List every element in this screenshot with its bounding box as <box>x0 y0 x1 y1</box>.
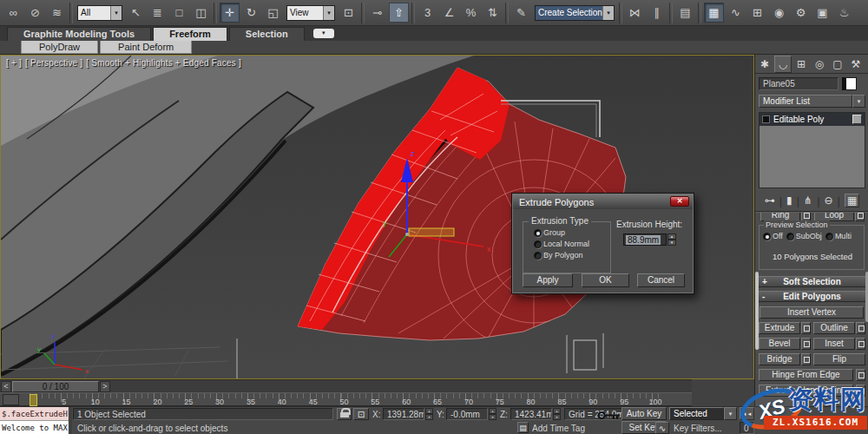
dialog-close-button[interactable]: ✕ <box>670 196 689 207</box>
rollout-collapse-icon[interactable]: - <box>762 292 765 301</box>
reference-coordinate-system-dropdown[interactable]: View▾ <box>286 5 335 21</box>
settings-box-extrude[interactable] <box>801 322 811 334</box>
mini-curve-editor-button[interactable] <box>3 394 19 405</box>
cancel-button[interactable]: Cancel <box>637 273 685 287</box>
button-bevel[interactable]: Bevel <box>759 338 800 350</box>
ribbon-tab-selection[interactable]: Selection <box>229 27 305 41</box>
selection-set-filter-dropdown[interactable]: Selected ▾ <box>669 407 737 420</box>
viewport-pov-menu[interactable]: [ Perspective ] <box>25 58 82 68</box>
button-bridge[interactable]: Bridge <box>759 353 800 365</box>
display-tab[interactable]: ▢ <box>829 56 846 73</box>
rendered-frame-window-icon[interactable]: ▣ <box>812 3 832 23</box>
keyboard-shortcut-override-icon[interactable]: ⇧ <box>389 3 409 23</box>
ok-button[interactable]: OK <box>582 273 629 287</box>
use-pivot-point-center-icon[interactable]: ⊡ <box>339 3 358 23</box>
edit-named-selection-sets-icon[interactable]: ✎ <box>511 3 531 23</box>
default-tangent-icon[interactable]: ∿ <box>655 422 669 434</box>
configure-modifier-sets-icon[interactable]: ▦ <box>845 194 859 207</box>
mirror-icon[interactable]: ⋈ <box>625 3 645 23</box>
remove-modifier-icon[interactable]: ⊖ <box>825 194 833 207</box>
align-icon[interactable]: ∥ <box>647 3 667 23</box>
track-bar[interactable]: 0510152025303540455055606570758085909510… <box>0 392 692 406</box>
selection-filter-dropdown[interactable]: All▾ <box>77 5 122 21</box>
bind-to-space-warp-icon[interactable]: ≋ <box>47 3 67 23</box>
maxscript-mini-listener-macro[interactable]: $.faceExtrudeH <box>0 407 69 421</box>
extrusion-type-radio-local-normal[interactable]: Local Normal <box>534 240 610 248</box>
viewport-general-menu[interactable]: [ + ] <box>6 58 22 68</box>
add-time-tag[interactable]: Add Time Tag <box>532 424 585 433</box>
select-object-icon[interactable]: ↖ <box>126 3 146 23</box>
edit-polygons-rollout[interactable]: - Edit Polygons <box>758 291 866 302</box>
dropdown-arrow-icon[interactable]: ▾ <box>724 407 737 420</box>
y-coord-field[interactable]: -0.0mm <box>446 408 488 420</box>
object-name-field[interactable]: Plane05 <box>759 77 838 90</box>
render-setup-icon[interactable]: ⚙ <box>791 3 811 23</box>
settings-box-inset[interactable] <box>856 338 865 350</box>
material-editor-icon[interactable]: ◉ <box>769 3 789 23</box>
modifier-stack[interactable]: Editable Poly <box>759 112 865 188</box>
render-production-icon[interactable]: ♨ <box>834 3 854 23</box>
x-coord-field[interactable]: 1391.28mm <box>383 408 424 420</box>
selection-lock-toggle[interactable] <box>337 408 352 420</box>
button-outline[interactable]: Outline <box>813 322 855 334</box>
rollout-expand-icon[interactable]: + <box>762 277 767 286</box>
x-coord-spinner[interactable]: ▴▾ <box>425 408 433 420</box>
dropdown-arrow-icon[interactable]: ▾ <box>110 6 122 20</box>
settings-box-hinge-from-edge[interactable] <box>856 369 865 381</box>
graphite-ribbon-toggle-icon[interactable]: ▦ <box>704 3 724 23</box>
motion-tab[interactable]: ◎ <box>811 56 828 73</box>
window-crossing-icon[interactable]: ◫ <box>191 3 211 23</box>
extrude-polygons-dialog[interactable]: Extrude Polygons ✕ Extrusion Type GroupL… <box>511 193 694 294</box>
absolute-offset-mode-toggle[interactable]: ⊡ <box>353 408 369 420</box>
viewport-shading-menu[interactable]: [ Smooth + Highlights + Edged Faces ] <box>86 58 241 68</box>
percent-snap-toggle-icon[interactable]: % <box>461 3 481 23</box>
show-end-result-icon[interactable]: ▮ <box>786 194 792 207</box>
insert-vertex-button[interactable]: Insert Vertex <box>760 306 864 319</box>
loop-spinner[interactable] <box>855 213 865 221</box>
extrusion-height-field[interactable]: 88.9mm <box>623 233 667 246</box>
preview-selection-radio-subobj[interactable]: SubObj <box>786 232 822 240</box>
settings-box-bevel[interactable] <box>801 338 811 350</box>
select-by-name-icon[interactable]: ≣ <box>148 3 168 23</box>
z-coord-spinner[interactable]: ▴▾ <box>553 408 561 420</box>
z-coord-field[interactable]: 1423.41mm <box>510 408 552 420</box>
rectangular-selection-region-icon[interactable]: □ <box>169 3 189 23</box>
ribbon-minimize-button[interactable]: ▾ <box>313 29 334 38</box>
unlink-selection-icon[interactable]: ⊘ <box>25 3 45 23</box>
extrusion-type-radio-by-polygon[interactable]: By Polygon <box>534 251 610 260</box>
create-tab[interactable]: ✱ <box>756 56 773 73</box>
extrusion-height-spinner[interactable]: 88.9mm ▴ ▾ <box>623 233 676 246</box>
preview-selection-radio-off[interactable]: Off <box>763 232 783 240</box>
viewport-label[interactable]: [ + ][ Perspective ][ Smooth + Highlight… <box>6 58 245 68</box>
soft-selection-rollout[interactable]: + Soft Selection <box>758 276 866 287</box>
select-and-manipulate-icon[interactable]: ⊸ <box>367 3 387 23</box>
stack-item-toggle-icon[interactable] <box>852 115 862 124</box>
extrusion-type-radio-group[interactable]: Group <box>534 228 610 237</box>
angle-snap-toggle-icon[interactable]: ∠ <box>439 3 459 23</box>
select-and-rotate-icon[interactable]: ↻ <box>241 3 261 23</box>
hierarchy-tab[interactable]: ⊞ <box>792 56 810 73</box>
button-inset[interactable]: Inset <box>813 338 855 350</box>
dropdown-arrow-icon[interactable]: ▾ <box>852 95 865 108</box>
stack-item-editable-poly[interactable]: Editable Poly <box>760 113 865 126</box>
time-slider-prev-button[interactable]: < <box>1 381 11 392</box>
pin-stack-icon[interactable]: ⊶ <box>765 194 775 207</box>
layer-manager-icon[interactable]: ▤ <box>675 3 695 23</box>
key-filters-button[interactable]: Key Filters... <box>674 424 722 433</box>
make-unique-icon[interactable]: ⋔ <box>804 194 812 207</box>
spinner-down-icon[interactable]: ▾ <box>667 240 676 246</box>
ribbon-tab-freeform[interactable]: Freeform <box>153 27 227 41</box>
spinner-up-icon[interactable]: ▴ <box>667 233 676 240</box>
ribbon-panel-paint-deform[interactable]: Paint Deform <box>100 41 192 54</box>
rollout-scrollbar-left[interactable] <box>755 272 759 350</box>
modifier-list-dropdown[interactable]: Modifier List ▾ <box>759 95 865 108</box>
time-slider-next-button[interactable]: > <box>100 381 110 392</box>
curve-editor-icon[interactable]: ∿ <box>726 3 746 23</box>
maxscript-mini-listener-output[interactable]: Welcome to MAX! <box>0 421 69 434</box>
select-and-link-icon[interactable]: ∞ <box>3 3 23 23</box>
add-time-tag-icon[interactable]: ▤ <box>517 422 529 433</box>
button-hinge-from-edge[interactable]: Hinge From Edge <box>759 369 853 381</box>
settings-box-bridge[interactable] <box>801 353 811 365</box>
select-and-scale-icon[interactable]: ◱ <box>263 3 283 23</box>
time-slider-handle[interactable]: 0 / 100 <box>12 381 99 392</box>
